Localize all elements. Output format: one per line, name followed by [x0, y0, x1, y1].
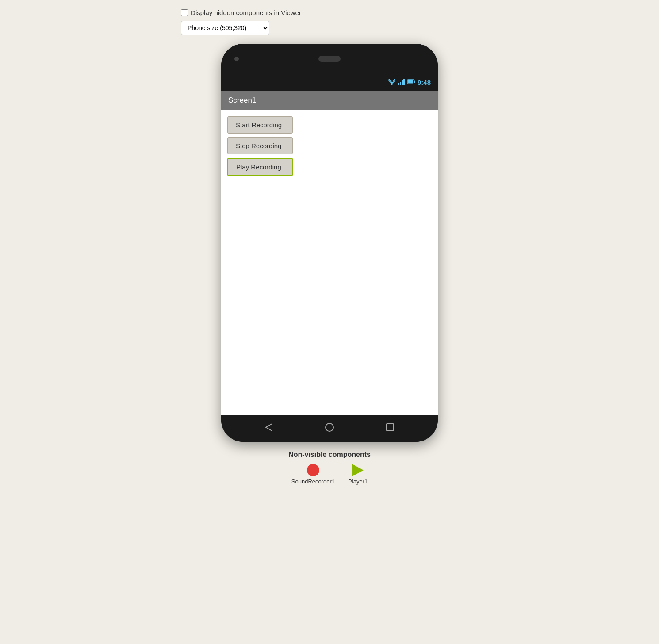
- sound-recorder-item[interactable]: SoundRecorder1: [291, 464, 335, 485]
- checkbox-row: Display hidden components in Viewer: [181, 9, 301, 16]
- player-label: Player1: [348, 478, 368, 485]
- svg-marker-8: [266, 424, 272, 431]
- svg-rect-1: [398, 83, 399, 85]
- app-bar-title: Screen1: [228, 96, 256, 105]
- svg-point-9: [326, 423, 333, 431]
- app-bar: Screen1: [221, 91, 438, 110]
- speaker-icon: [318, 56, 341, 62]
- display-hidden-label: Display hidden components in Viewer: [191, 9, 301, 16]
- play-recording-button[interactable]: Play Recording: [227, 158, 293, 176]
- svg-rect-7: [408, 80, 413, 84]
- svg-rect-6: [414, 81, 415, 83]
- signal-icon: [398, 79, 405, 86]
- player-icon: [352, 464, 364, 476]
- camera-icon: [234, 57, 239, 61]
- svg-rect-10: [387, 424, 394, 431]
- back-icon[interactable]: [264, 422, 274, 435]
- status-bar: 9:48: [221, 74, 438, 91]
- display-hidden-checkbox[interactable]: [181, 9, 188, 16]
- phone-container: 9:48 Screen1 Start Recording Stop Record…: [221, 44, 438, 442]
- non-visible-section: Non-visible components SoundRecorder1 Pl…: [288, 451, 371, 485]
- svg-point-0: [391, 84, 392, 85]
- phone-top-bar: [221, 44, 438, 74]
- start-recording-button[interactable]: Start Recording: [227, 116, 293, 134]
- recents-icon[interactable]: [385, 422, 395, 435]
- size-select[interactable]: Phone size (505,320) Tablet size (1024,7…: [181, 21, 269, 35]
- player-item[interactable]: Player1: [348, 464, 368, 485]
- battery-icon: [407, 79, 415, 86]
- phone-nav-bar: [221, 415, 438, 442]
- sound-recorder-label: SoundRecorder1: [291, 478, 335, 485]
- non-visible-items: SoundRecorder1 Player1: [291, 464, 368, 485]
- phone-shell: 9:48 Screen1 Start Recording Stop Record…: [221, 44, 438, 442]
- screen-content: Start Recording Stop Recording Play Reco…: [221, 110, 438, 415]
- status-time: 9:48: [418, 79, 431, 86]
- status-icons: 9:48: [388, 79, 431, 86]
- home-icon[interactable]: [325, 422, 334, 435]
- non-visible-title: Non-visible components: [288, 451, 371, 459]
- svg-rect-3: [402, 80, 403, 85]
- svg-rect-2: [400, 82, 401, 85]
- top-controls: Display hidden components in Viewer Phon…: [181, 9, 301, 35]
- svg-rect-4: [403, 79, 405, 85]
- sound-recorder-icon: [307, 464, 319, 476]
- wifi-icon: [388, 79, 396, 86]
- stop-recording-button[interactable]: Stop Recording: [227, 137, 293, 154]
- phone-screen: 9:48 Screen1 Start Recording Stop Record…: [221, 74, 438, 415]
